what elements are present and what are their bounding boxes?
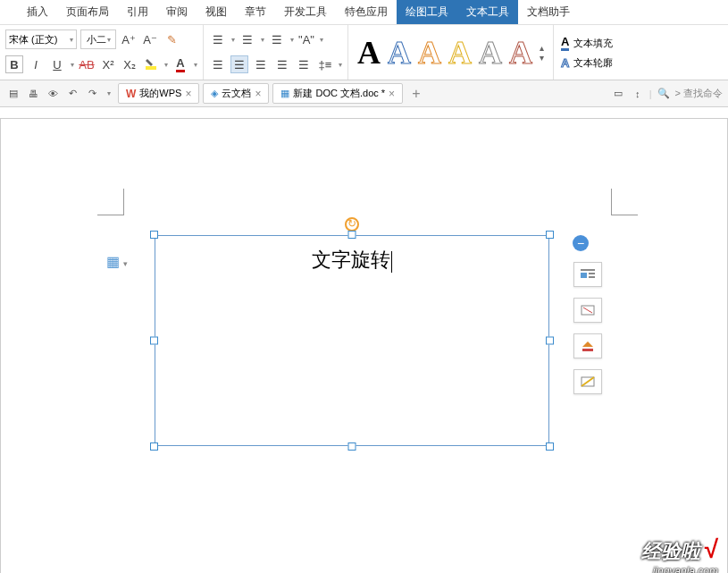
align-justify-button[interactable]: ☰	[273, 55, 291, 73]
chevron-down-icon[interactable]: ▾	[261, 36, 264, 44]
resize-handle-b[interactable]	[348, 442, 356, 451]
line-spacing-button[interactable]: ‡≡	[316, 55, 334, 73]
close-icon[interactable]: ×	[389, 88, 395, 100]
styles-more-button[interactable]: ▴▾	[540, 43, 544, 63]
decrease-font-button[interactable]: A⁻	[141, 30, 159, 48]
chevron-down-icon[interactable]: ▾	[290, 36, 294, 44]
undo-icon[interactable]: ↶	[64, 86, 80, 102]
chevron-down-icon[interactable]: ▾	[164, 61, 168, 69]
search-icon[interactable]: 🔍	[656, 86, 672, 102]
outline-icon: A	[561, 56, 569, 70]
textbox-text[interactable]: 文字旋转	[312, 247, 392, 274]
font-color-button[interactable]: A	[172, 55, 189, 73]
svg-rect-0	[146, 66, 156, 70]
ribbon-text-fill-group: A 文本填充 A 文本轮廓	[554, 25, 620, 80]
chevron-down-icon[interactable]: ▾	[107, 89, 111, 97]
config-icon[interactable]: ↕	[630, 86, 646, 102]
indent-button[interactable]: ☰	[268, 30, 286, 48]
italic-button[interactable]: I	[27, 55, 45, 73]
text-style-3[interactable]: A	[418, 34, 441, 72]
text-style-6[interactable]: A	[509, 34, 532, 72]
strikethrough-button[interactable]: AB	[78, 55, 96, 73]
font-size-select[interactable]: 小二 ▾	[80, 29, 116, 49]
menu-doc-assist[interactable]: 文档助手	[518, 0, 579, 24]
font-name-select[interactable]: 宋体 (正文) ▾	[5, 29, 77, 49]
menu-dev-tools[interactable]: 开发工具	[275, 0, 336, 24]
home-icon[interactable]: ▤	[5, 86, 21, 102]
close-icon[interactable]: ×	[185, 88, 191, 100]
text-style-1[interactable]: A	[357, 34, 381, 72]
close-icon[interactable]: ×	[255, 88, 261, 100]
highlight-button[interactable]	[142, 55, 160, 73]
chevron-down-icon[interactable]: ▾	[231, 36, 235, 44]
text-outline-button[interactable]: A 文本轮廓	[561, 56, 613, 70]
menu-references[interactable]: 引用	[118, 0, 157, 24]
add-tab-button[interactable]: +	[406, 86, 425, 102]
tab-label: 云文档	[222, 87, 251, 100]
textbox[interactable]: 文字旋转	[155, 235, 549, 446]
text-fill-label: 文本填充	[573, 37, 613, 50]
numbered-list-button[interactable]: ☰	[238, 30, 256, 48]
outline-button[interactable]	[573, 369, 602, 394]
textbox-container: 文字旋转	[155, 235, 549, 446]
align-center-button[interactable]: ☰	[230, 55, 248, 73]
redo-icon[interactable]: ↷	[84, 86, 100, 102]
align-left-button[interactable]: ☰	[209, 55, 227, 73]
clear-format-button[interactable]: ✎	[163, 30, 180, 48]
tab-label: 新建 DOC 文档.doc *	[293, 87, 385, 100]
chevron-down-icon[interactable]: ▾	[320, 36, 323, 44]
resize-handle-br[interactable]	[546, 442, 554, 451]
fill-icon: A	[561, 35, 569, 51]
rotate-handle[interactable]	[345, 217, 359, 232]
resize-handle-t[interactable]	[348, 231, 356, 239]
tab-new-doc[interactable]: ▦ 新建 DOC 文档.doc * ×	[272, 83, 403, 104]
bold-button[interactable]: B	[5, 55, 23, 73]
menu-insert[interactable]: 插入	[18, 0, 57, 24]
text-style-5[interactable]: A	[479, 34, 502, 72]
layout-options-icon[interactable]: ▦ ▾	[106, 253, 128, 270]
font-name-value: 宋体 (正文)	[9, 33, 57, 46]
resize-handle-l[interactable]	[150, 337, 158, 345]
chevron-down-icon[interactable]: ▾	[339, 61, 342, 69]
text-direction-button[interactable]: "A"	[297, 30, 315, 48]
document-area[interactable]: ▦ ▾ 文字旋转 − 经验啦	[0, 118, 728, 573]
resize-handle-tr[interactable]	[546, 231, 554, 239]
menu-chapters[interactable]: 章节	[236, 0, 275, 24]
menu-drawing-tools[interactable]: 绘图工具	[397, 0, 457, 24]
tab-cloud-docs[interactable]: ◈ 云文档 ×	[203, 83, 269, 104]
resize-handle-bl[interactable]	[150, 442, 158, 451]
underline-button[interactable]: U	[48, 55, 66, 73]
distribute-button[interactable]: ☰	[295, 55, 313, 73]
text-style-4[interactable]: A	[448, 34, 472, 72]
preview-icon[interactable]: 👁	[45, 86, 61, 102]
menu-page-layout[interactable]: 页面布局	[57, 0, 118, 24]
increase-font-button[interactable]: A⁺	[120, 30, 138, 48]
menu-special-apps[interactable]: 特色应用	[336, 0, 397, 24]
menu-text-tools[interactable]: 文本工具	[457, 0, 518, 24]
resize-handle-r[interactable]	[546, 337, 554, 345]
text-fill-button[interactable]: A 文本填充	[561, 35, 613, 51]
print-icon[interactable]: 🖶	[25, 86, 41, 102]
fill-color-button[interactable]	[573, 298, 602, 323]
svg-rect-3	[589, 273, 595, 274]
menu-review[interactable]: 审阅	[157, 0, 197, 24]
align-right-button[interactable]: ☰	[252, 55, 270, 73]
superscript-button[interactable]: X²	[99, 55, 117, 73]
collapse-panel-icon[interactable]: −	[573, 235, 589, 251]
chevron-down-icon[interactable]: ▾	[71, 61, 74, 69]
menu-view[interactable]: 视图	[197, 0, 236, 24]
wrap-text-button[interactable]	[573, 262, 602, 287]
subscript-button[interactable]: X₂	[121, 55, 138, 73]
resize-handle-tl[interactable]	[150, 231, 158, 239]
bullet-list-button[interactable]: ☰	[209, 30, 227, 48]
search-hint[interactable]: > 查找命令	[675, 87, 723, 100]
shape-fill-button[interactable]	[573, 333, 602, 358]
ribbon-paragraph-group: ☰▾ ☰▾ ☰▾ "A"▾ ☰ ☰ ☰ ☰ ☰ ‡≡▾	[204, 25, 348, 80]
screen-icon[interactable]: ▭	[610, 86, 626, 102]
svg-rect-1	[581, 269, 595, 271]
text-style-2[interactable]: A	[388, 34, 411, 72]
tab-my-wps[interactable]: W 我的WPS ×	[118, 83, 199, 104]
format-float-panel	[573, 262, 602, 394]
chevron-down-icon[interactable]: ▾	[194, 61, 197, 69]
page-margin-corner	[97, 189, 124, 215]
